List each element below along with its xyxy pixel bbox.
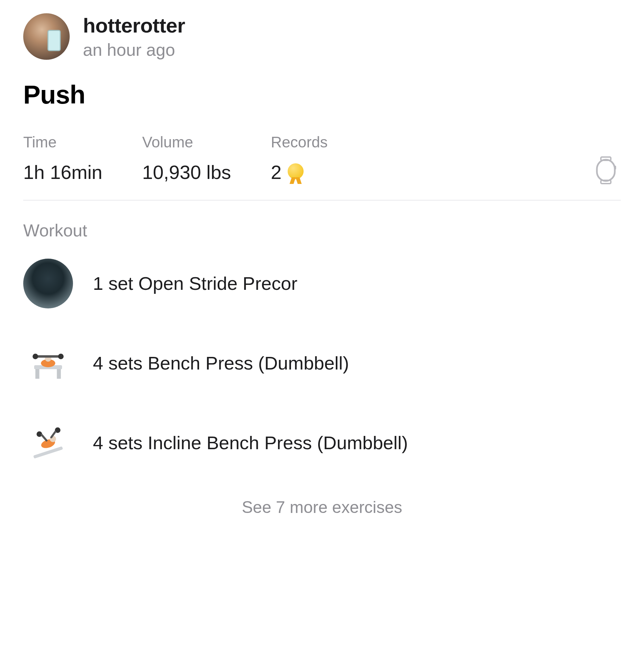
user-avatar[interactable]	[23, 13, 70, 60]
svg-line-17	[42, 435, 46, 440]
exercise-thumb-icon	[23, 418, 73, 468]
apple-watch-icon	[594, 157, 618, 186]
divider	[23, 200, 621, 201]
svg-rect-12	[33, 446, 63, 458]
stat-time-value: 1h 16min	[23, 161, 103, 183]
exercise-summary: 4 sets Bench Press (Dumbbell)	[93, 352, 349, 375]
exercise-row[interactable]: 4 sets Bench Press (Dumbbell)	[23, 338, 621, 388]
svg-rect-9	[36, 355, 60, 357]
svg-rect-6	[57, 369, 61, 379]
stat-volume-value: 10,930 lbs	[142, 161, 231, 183]
stat-records-value-wrap: 2	[271, 161, 327, 183]
workout-title: Push	[23, 80, 621, 110]
workout-section-label: Workout	[23, 221, 621, 241]
post-timestamp: an hour ago	[83, 40, 185, 60]
username[interactable]: hotterotter	[83, 14, 185, 37]
stat-volume-label: Volume	[142, 133, 231, 151]
exercise-summary: 1 set Open Stride Precor	[93, 272, 297, 295]
svg-point-10	[33, 354, 38, 359]
exercise-thumb-icon	[23, 258, 73, 308]
user-meta: hotterotter an hour ago	[83, 14, 185, 60]
svg-rect-2	[597, 160, 615, 181]
medal-icon	[288, 163, 304, 184]
stat-time: Time 1h 16min	[23, 133, 103, 183]
exercise-thumb-icon	[23, 338, 73, 388]
post-header: hotterotter an hour ago	[23, 13, 621, 60]
stat-time-label: Time	[23, 133, 103, 151]
stat-volume: Volume 10,930 lbs	[142, 133, 231, 183]
svg-point-11	[58, 354, 64, 359]
exercise-row[interactable]: 1 set Open Stride Precor	[23, 258, 621, 308]
see-more-exercises-link[interactable]: See 7 more exercises	[23, 498, 621, 517]
stat-records-value: 2	[271, 161, 281, 183]
svg-rect-5	[36, 369, 40, 379]
exercise-row[interactable]: 4 sets Incline Bench Press (Dumbbell)	[23, 418, 621, 468]
exercise-summary: 4 sets Incline Bench Press (Dumbbell)	[93, 431, 408, 455]
stat-records-label: Records	[271, 133, 327, 151]
stats-row: Time 1h 16min Volume 10,930 lbs Records …	[23, 133, 621, 183]
svg-rect-3	[614, 166, 616, 170]
stat-records: Records 2	[271, 133, 327, 183]
